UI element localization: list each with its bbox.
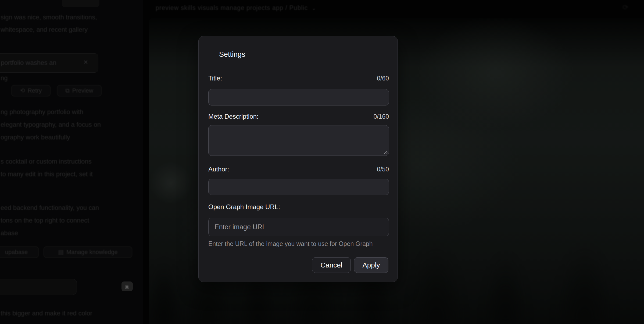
meta-char-counter: 0/160 (373, 113, 389, 120)
author-char-counter: 0/50 (377, 166, 389, 173)
apply-button[interactable]: Apply (354, 257, 388, 273)
title-label: Title: (208, 75, 222, 82)
author-input[interactable] (208, 179, 389, 195)
settings-modal: Settings Title: 0/60 Meta Description: 0… (198, 36, 398, 282)
title-field-row: Title: 0/60 (208, 74, 389, 83)
author-label: Author: (208, 165, 229, 173)
cancel-button[interactable]: Cancel (312, 257, 351, 273)
meta-description-label: Meta Description: (208, 113, 259, 120)
app-window: sign was nice, smooth transitions, white… (0, 0, 644, 324)
meta-description-textarea[interactable] (208, 125, 389, 156)
title-char-counter: 0/60 (377, 75, 389, 82)
title-input[interactable] (208, 89, 389, 105)
author-field-row: Author: 0/50 (208, 165, 389, 174)
og-field-row: Open Graph Image URL: (208, 203, 389, 211)
og-helper-text: Enter the URL of the image you want to u… (208, 240, 373, 248)
og-image-url-label: Open Graph Image URL: (208, 203, 280, 211)
divider (209, 65, 389, 65)
meta-field-row: Meta Description: 0/160 (208, 112, 389, 121)
modal-title: Settings (219, 50, 245, 59)
modal-actions: Cancel Apply (312, 257, 388, 273)
og-image-url-input[interactable] (208, 218, 389, 236)
